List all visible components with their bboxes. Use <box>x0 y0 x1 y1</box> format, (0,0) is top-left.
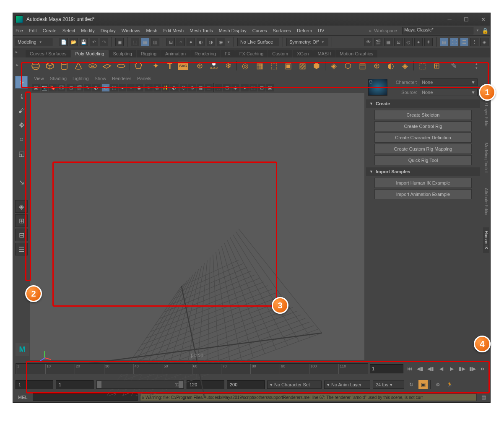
step-fwd-key-button[interactable]: ▮▶ <box>468 364 477 373</box>
vic-20[interactable]: ▦ <box>197 84 204 91</box>
vmenu-renderer[interactable]: Renderer <box>112 76 131 81</box>
vic-5[interactable]: ⊞ <box>67 84 75 91</box>
import-header[interactable]: ▼Import Samples <box>366 167 480 176</box>
vmenu-shading[interactable]: Shading <box>50 76 67 81</box>
shelf-tab-xgen[interactable]: XGen <box>293 50 313 57</box>
vic-23[interactable]: ⊟ <box>223 84 231 91</box>
shelf-tab-curves-surfaces[interactable]: Curves / Surfaces <box>26 50 70 57</box>
menu-mesh-tools[interactable]: Mesh Tools <box>190 28 213 33</box>
symmetry[interactable]: Symmetry: Off▼ <box>286 38 328 46</box>
vic-19[interactable]: ⊕ <box>188 84 196 91</box>
shelf-tab-rendering[interactable]: Rendering <box>190 50 220 57</box>
snap-live-icon[interactable]: ◉ <box>217 38 225 46</box>
shelf-tab-rigging[interactable]: Rigging <box>137 50 161 57</box>
vic-25[interactable]: ➤ <box>241 84 249 91</box>
type-icon[interactable]: T <box>164 60 176 72</box>
menu-select[interactable]: Select <box>62 28 75 33</box>
menu-display[interactable]: Display <box>101 28 116 33</box>
script-editor-icon[interactable]: ▤ <box>479 394 488 401</box>
select-object-icon[interactable]: ▦ <box>141 38 149 46</box>
shelf-tab-motion-graphics[interactable]: Motion Graphics <box>335 50 377 57</box>
plane-icon[interactable] <box>101 60 113 72</box>
menu-curves[interactable]: Curves <box>252 28 267 33</box>
loop-icon[interactable]: ↻ <box>407 380 416 389</box>
open-scene-icon[interactable]: 📂 <box>70 38 78 46</box>
lattice-icon[interactable]: 🕐0,0,0 <box>208 60 220 72</box>
vmenu-view[interactable]: View <box>34 76 44 81</box>
go-start-button[interactable]: ⏮ <box>405 364 414 373</box>
tab-attribute-editor[interactable]: Attribute Editor <box>483 185 489 219</box>
paint-tool[interactable]: 🖌 <box>15 104 28 117</box>
vic-18[interactable]: ⬡ <box>180 84 187 91</box>
minimize-button[interactable]: ─ <box>445 16 454 23</box>
layout-four[interactable]: ⊞ <box>15 214 28 227</box>
undo-icon[interactable]: ↶ <box>90 38 98 46</box>
shl-11-icon[interactable]: ◐ <box>385 60 397 72</box>
vmenu-lighting[interactable]: Lighting <box>73 76 89 81</box>
current-frame[interactable]: 1 <box>370 364 403 373</box>
toggle-outliner-icon[interactable]: ▤ <box>440 38 448 46</box>
shl-7-icon[interactable]: ◈ <box>328 60 340 72</box>
shl-10-icon[interactable]: ⊕ <box>371 60 382 72</box>
shl-12-icon[interactable]: ◈ <box>399 60 411 72</box>
shl-3-icon[interactable]: ⬚ <box>268 60 280 72</box>
import-human-ik-example-button[interactable]: Import Human IK Example <box>374 178 472 188</box>
layout-two[interactable]: ⊟ <box>15 229 28 241</box>
shl-9-icon[interactable]: ▤ <box>356 60 368 72</box>
snap-view-icon[interactable]: ◑ <box>207 38 215 46</box>
platonic-icon[interactable] <box>132 60 144 72</box>
step-back-button[interactable]: ◀▮ <box>426 364 435 373</box>
maximize-button[interactable]: ☐ <box>462 16 471 23</box>
svg-icon[interactable]: SVG <box>178 62 188 70</box>
shelf-tab-animation[interactable]: Animation <box>161 50 190 57</box>
vic-2[interactable]: 📷 <box>41 84 48 91</box>
select-tool[interactable]: ➤ <box>15 76 28 89</box>
render-view-icon[interactable]: 👁 <box>364 38 372 46</box>
vic-9[interactable]: ⊡ <box>102 84 109 91</box>
vic-4[interactable]: 🎞 <box>57 84 65 91</box>
shl-13-icon[interactable]: ⬚ <box>416 60 428 72</box>
save-scene-icon[interactable]: 💾 <box>80 38 88 46</box>
step-back-key-button[interactable]: ◀▮ <box>416 364 425 373</box>
shl-2-icon[interactable]: ▦ <box>254 60 265 72</box>
import-animation-example-button[interactable]: Import Animation Example <box>374 189 472 199</box>
vic-11[interactable]: ● <box>119 84 126 91</box>
snap-point-icon[interactable]: ● <box>187 38 195 46</box>
vic-3[interactable]: 🔖 <box>49 84 57 91</box>
shelf-tab-custom[interactable]: Custom <box>268 50 292 57</box>
snow-icon[interactable]: ❄ <box>222 60 234 72</box>
menu-mesh[interactable]: Mesh <box>146 28 157 33</box>
menuset-selector[interactable]: Modeling▼ <box>15 38 52 46</box>
workspace-selector[interactable]: Maya Classic* <box>402 27 473 34</box>
vic-26[interactable]: ⬚ <box>249 84 257 91</box>
character-dropdown[interactable]: None▼ <box>420 78 478 86</box>
menu-mesh-display[interactable]: Mesh Display <box>219 28 247 33</box>
vic-21[interactable]: ☰ <box>205 84 213 91</box>
menu-modify[interactable]: Modify <box>81 28 94 33</box>
cone-icon[interactable] <box>73 60 84 72</box>
vic-17[interactable]: ◐ <box>170 84 178 91</box>
shl-15-icon[interactable]: ✎ <box>448 60 460 72</box>
shl-4-icon[interactable]: ▣ <box>282 60 294 72</box>
shl-14-icon[interactable]: ⊞ <box>431 60 442 72</box>
move-tool[interactable]: ✥ <box>15 119 28 131</box>
redo-icon[interactable]: ↷ <box>100 38 108 46</box>
disc-icon[interactable] <box>115 60 127 72</box>
menu-surfaces[interactable]: Surfaces <box>273 28 291 33</box>
vic-8[interactable]: ◐ <box>92 84 100 91</box>
shelf-menu-icon[interactable]: ▸ <box>16 49 18 54</box>
script-lang[interactable]: MEL <box>16 395 30 400</box>
torus-icon[interactable] <box>87 60 99 72</box>
hypershade-icon[interactable]: ● <box>414 38 423 46</box>
menu-edit[interactable]: Edit <box>29 28 37 33</box>
shl-6-icon[interactable]: ⬢ <box>311 60 322 72</box>
toggle-tool-icon[interactable]: ⋮ <box>470 38 478 46</box>
pivot-icon[interactable]: ⊕ <box>194 60 205 72</box>
shelf-edit-icon[interactable]: ▸ <box>16 63 18 67</box>
prism-icon[interactable]: ✦ <box>150 60 161 72</box>
step-fwd-button[interactable]: ▮▶ <box>457 364 467 373</box>
autokey-icon[interactable]: ▣ <box>418 380 428 389</box>
snap-grid-icon[interactable]: ⊞ <box>166 38 175 46</box>
create-header[interactable]: ▼Create <box>366 99 480 108</box>
vic-12[interactable]: ○ <box>127 84 135 91</box>
